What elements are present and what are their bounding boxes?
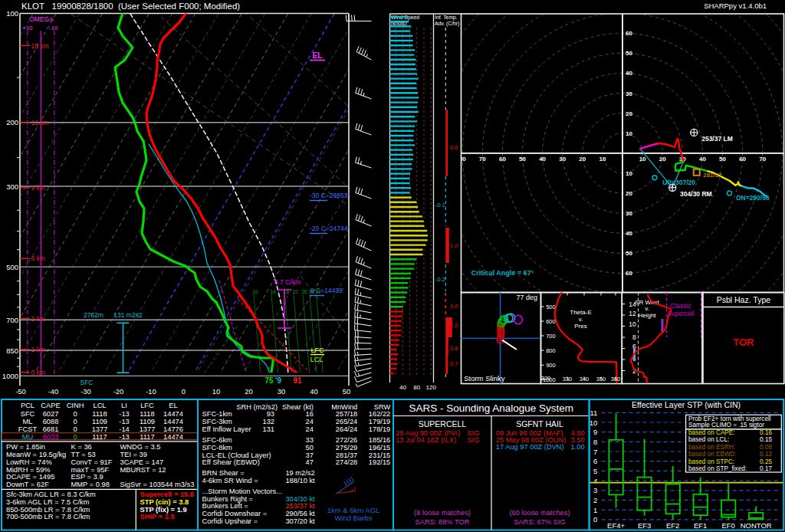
svg-text:MeanW = 19.5g/kg: MeanW = 19.5g/kg bbox=[6, 451, 66, 458]
svg-text:10: 10 bbox=[626, 170, 632, 177]
svg-text:maxT = 95F: maxT = 95F bbox=[71, 466, 110, 474]
svg-text:3 km: 3 km bbox=[31, 315, 45, 323]
svg-text:30: 30 bbox=[308, 289, 314, 294]
svg-text:1: 1 bbox=[593, 506, 597, 514]
svg-text:18: 18 bbox=[284, 289, 290, 294]
svg-text:Pres: Pres bbox=[574, 323, 586, 330]
svg-text:0.0: 0.0 bbox=[450, 303, 458, 310]
svg-text:10: 10 bbox=[639, 156, 646, 163]
svg-text:3: 3 bbox=[593, 486, 597, 494]
svg-text:MMP = 0.98: MMP = 0.98 bbox=[71, 481, 110, 488]
svg-text:10: 10 bbox=[599, 156, 606, 163]
svg-text:75: 75 bbox=[264, 376, 274, 385]
svg-text:60: 60 bbox=[499, 156, 506, 163]
svg-text:47: 47 bbox=[306, 458, 314, 466]
svg-text:500: 500 bbox=[546, 304, 556, 310]
svg-text:TEI = 39: TEI = 39 bbox=[120, 451, 147, 458]
svg-text:253/37 kt: 253/37 kt bbox=[285, 502, 315, 510]
svg-text:93: 93 bbox=[267, 410, 274, 418]
svg-text:CINH: CINH bbox=[67, 402, 84, 409]
svg-text:Critical Angle = 67°: Critical Angle = 67° bbox=[471, 269, 534, 277]
svg-text:179/19: 179/19 bbox=[369, 418, 390, 425]
svg-text:850-500mb LR = 7.8 C/km: 850-500mb LR = 7.8 C/km bbox=[6, 506, 90, 514]
svg-text:Effective Layer STP (with CIN): Effective Layer STP (with CIN) bbox=[632, 400, 741, 409]
svg-text:0.25: 0.25 bbox=[760, 458, 772, 465]
svg-text:MidRH = 59%: MidRH = 59% bbox=[6, 466, 51, 474]
svg-text:v.: v. bbox=[579, 316, 583, 323]
svg-text:20: 20 bbox=[579, 156, 586, 163]
svg-text:SRW: SRW bbox=[374, 403, 391, 411]
svg-text:-20 C=24744': -20 C=24744' bbox=[310, 225, 349, 232]
svg-text:Wind Barbs: Wind Barbs bbox=[334, 514, 372, 522]
svg-text:EF4+: EF4+ bbox=[607, 521, 625, 530]
svg-text:40: 40 bbox=[310, 387, 318, 396]
svg-text:-30: -30 bbox=[80, 387, 91, 396]
svg-text:500: 500 bbox=[6, 263, 18, 271]
svg-text:-10: -10 bbox=[146, 387, 156, 396]
svg-text:30: 30 bbox=[626, 210, 632, 217]
svg-text:50: 50 bbox=[626, 50, 632, 57]
svg-text:SIG: SIG bbox=[467, 436, 479, 444]
svg-text:0.15: 0.15 bbox=[760, 436, 772, 443]
svg-text:275/29: 275/29 bbox=[336, 444, 357, 452]
svg-text:K = 36: K = 36 bbox=[71, 443, 92, 451]
svg-text:34: 34 bbox=[315, 289, 321, 294]
svg-text:131 m2s2: 131 m2s2 bbox=[113, 311, 143, 319]
svg-text:LCL: LCL bbox=[310, 356, 324, 363]
svg-text:178/19: 178/19 bbox=[369, 425, 390, 433]
svg-text:264/24: 264/24 bbox=[336, 425, 357, 433]
svg-text:24: 24 bbox=[306, 418, 314, 425]
svg-text:Eff Shear (EBWD): Eff Shear (EBWD) bbox=[202, 458, 260, 466]
svg-text:100: 100 bbox=[6, 9, 18, 18]
svg-text:37: 37 bbox=[306, 452, 314, 459]
svg-text:8.7 C/km: 8.7 C/km bbox=[274, 278, 301, 286]
svg-text:14: 14 bbox=[270, 289, 276, 294]
svg-text:77 deg: 77 deg bbox=[516, 294, 537, 301]
svg-text:ConvT = 91F: ConvT = 91F bbox=[71, 458, 113, 466]
svg-text:304/30 kt: 304/30 kt bbox=[285, 495, 315, 503]
svg-text:2.0: 2.0 bbox=[450, 322, 458, 329]
svg-text:131: 131 bbox=[262, 425, 274, 433]
svg-text:11: 11 bbox=[590, 409, 597, 417]
svg-text:200: 200 bbox=[6, 118, 18, 126]
svg-text:6027: 6027 bbox=[43, 410, 59, 418]
svg-text:BRN Shear =: BRN Shear = bbox=[202, 469, 245, 477]
svg-text:281/37: 281/37 bbox=[336, 452, 357, 459]
svg-text:1118: 1118 bbox=[92, 410, 107, 418]
svg-text:7: 7 bbox=[593, 448, 597, 456]
svg-text:0.6: 0.6 bbox=[450, 144, 458, 151]
svg-text:850: 850 bbox=[6, 346, 18, 355]
svg-text:SHARPpy v1.4.0b1: SHARPpy v1.4.0b1 bbox=[704, 2, 767, 10]
svg-text:-13: -13 bbox=[119, 410, 129, 418]
svg-text:3CAPE = 147: 3CAPE = 147 bbox=[120, 458, 164, 466]
svg-text:Eff Inflow Layer: Eff Inflow Layer bbox=[202, 425, 251, 433]
svg-text:MBURST = 12: MBURST = 12 bbox=[120, 466, 166, 474]
svg-text:17 Aug 97 00Z (DVN): 17 Aug 97 00Z (DVN) bbox=[496, 443, 564, 451]
svg-text:14474: 14474 bbox=[163, 418, 183, 425]
svg-text:120: 120 bbox=[426, 384, 437, 391]
svg-text:0.17: 0.17 bbox=[760, 465, 772, 472]
svg-text:LFC: LFC bbox=[310, 346, 324, 354]
svg-text:Corfidi Upshear =: Corfidi Upshear = bbox=[202, 517, 258, 525]
svg-text:4: 4 bbox=[593, 477, 597, 485]
svg-text:STP (fix) = 1.9: STP (fix) = 1.9 bbox=[140, 506, 187, 514]
svg-text:SFC: SFC bbox=[80, 379, 94, 386]
svg-text:(60 loose matches): (60 loose matches) bbox=[509, 509, 570, 517]
svg-text:SFC-8km: SFC-8km bbox=[202, 444, 233, 452]
svg-text:1 km: 1 km bbox=[31, 346, 45, 353]
svg-text:600: 600 bbox=[546, 318, 556, 325]
svg-text:30: 30 bbox=[626, 90, 632, 97]
svg-text:'9: '9 bbox=[275, 376, 281, 385]
svg-text:-30 C=28953': -30 C=28953' bbox=[310, 192, 349, 199]
svg-text:19 m2/s2: 19 m2/s2 bbox=[285, 469, 314, 477]
svg-text:EL: EL bbox=[169, 402, 177, 409]
svg-text:SigSvr = 103544 m3/s3: SigSvr = 103544 m3/s3 bbox=[120, 481, 195, 488]
svg-text:6: 6 bbox=[593, 457, 597, 465]
svg-text:0: 0 bbox=[73, 418, 77, 425]
svg-text:40: 40 bbox=[399, 384, 406, 391]
svg-text:22: 22 bbox=[292, 289, 298, 294]
svg-text:9 km: 9 km bbox=[31, 184, 45, 192]
svg-text:196/15: 196/15 bbox=[369, 444, 390, 452]
svg-text:LowRH = 74%: LowRH = 74% bbox=[6, 458, 52, 466]
svg-text:OMEGA: OMEGA bbox=[29, 15, 54, 23]
